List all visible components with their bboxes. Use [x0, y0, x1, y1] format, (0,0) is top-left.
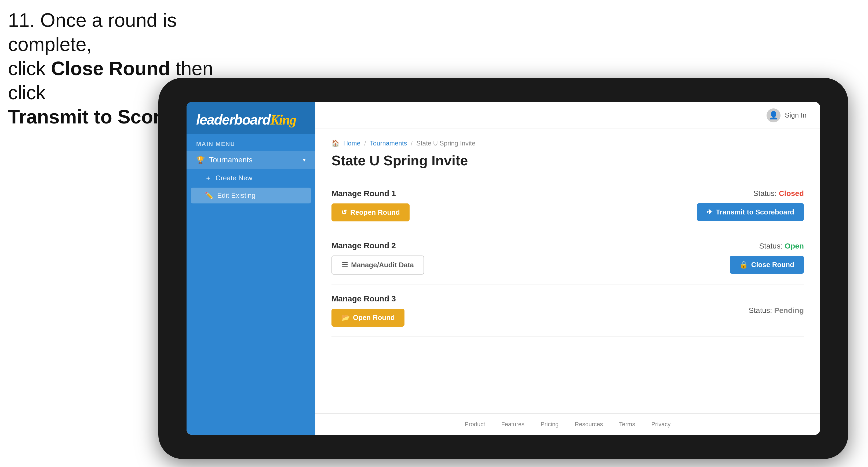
round-1-status-value: Closed	[779, 189, 804, 197]
reopen-round-button[interactable]: ↺ Reopen Round	[332, 204, 410, 221]
footer-terms[interactable]: Terms	[619, 421, 635, 428]
breadcrumb: 🏠 Home / Tournaments / State U Spring In…	[332, 139, 804, 147]
sidebar-item-tournaments[interactable]: 🏆 Tournaments ▾	[187, 151, 315, 169]
top-nav: 👤 Sign In	[315, 102, 820, 129]
transmit-to-scoreboard-button[interactable]: ✈ Transmit to Scoreboard	[697, 203, 804, 221]
round-3-left: Manage Round 3 📂 Open Round	[332, 294, 404, 326]
sign-in-label: Sign In	[785, 111, 807, 119]
main-content: 👤 Sign In 🏠 Home / Tournaments / State U…	[315, 102, 820, 435]
round-2-status: Status: Open	[759, 242, 804, 250]
tablet-screen: leaderboardKing MAIN MENU 🏆 Tournaments …	[187, 102, 820, 435]
page-body: 🏠 Home / Tournaments / State U Spring In…	[315, 129, 820, 413]
edit-icon: ✏️	[205, 191, 213, 200]
manage-audit-button[interactable]: ☰ Manage/Audit Data	[332, 255, 424, 275]
close-round-button[interactable]: 🔒 Close Round	[730, 256, 804, 274]
main-menu-label: MAIN MENU	[187, 134, 315, 151]
round-1-left: Manage Round 1 ↺ Reopen Round	[332, 189, 410, 221]
footer-pricing[interactable]: Pricing	[540, 421, 559, 428]
round-3-right: Status: Pending	[749, 306, 804, 315]
folder-icon: 📂	[341, 313, 350, 322]
page-title: State U Spring Invite	[332, 152, 804, 168]
footer-privacy[interactable]: Privacy	[651, 421, 671, 428]
transmit-icon: ✈	[707, 208, 713, 216]
breadcrumb-home-icon: 🏠	[332, 139, 340, 147]
round-3-status: Status: Pending	[749, 306, 804, 315]
sidebar-logo-area: leaderboardKing	[187, 102, 315, 134]
round-1-section: Manage Round 1 ↺ Reopen Round Status: Cl…	[332, 179, 804, 231]
sign-in-area[interactable]: 👤 Sign In	[767, 108, 807, 122]
sidebar-tournaments-label: Tournaments	[209, 156, 253, 164]
instruction-line2-prefix: click	[8, 58, 51, 79]
round-1-title: Manage Round 1	[332, 189, 410, 198]
footer-product[interactable]: Product	[465, 421, 485, 428]
sidebar-create-new[interactable]: ＋ Create New	[187, 169, 315, 187]
reopen-icon: ↺	[341, 208, 347, 217]
avatar: 👤	[767, 108, 780, 122]
close-round-label: Close Round	[751, 260, 794, 269]
instruction-line1: 11. Once a round is complete,	[8, 9, 177, 55]
round-1-right: Status: Closed ✈ Transmit to Scoreboard	[697, 189, 804, 221]
reopen-round-label: Reopen Round	[350, 208, 400, 217]
open-round-label: Open Round	[353, 313, 395, 322]
chevron-down-icon: ▾	[303, 156, 306, 163]
sidebar-edit-existing[interactable]: ✏️ Edit Existing	[191, 188, 311, 204]
round-3-status-value: Pending	[774, 306, 804, 315]
round-3-title: Manage Round 3	[332, 294, 404, 303]
page-footer: Product Features Pricing Resources Terms…	[315, 413, 820, 435]
transmit-label: Transmit to Scoreboard	[716, 208, 794, 216]
create-new-label: Create New	[216, 174, 252, 182]
instruction-close-round: Close Round	[51, 58, 170, 79]
app-logo: leaderboardKing	[196, 112, 306, 128]
tablet-device: leaderboardKing MAIN MENU 🏆 Tournaments …	[158, 78, 848, 459]
trophy-icon: 🏆	[196, 156, 205, 164]
round-2-section: Manage Round 2 ☰ Manage/Audit Data Statu…	[332, 231, 804, 284]
lock-icon: 🔒	[739, 260, 748, 269]
round-3-section: Manage Round 3 📂 Open Round Status: Pend…	[332, 284, 804, 337]
edit-existing-label: Edit Existing	[217, 191, 255, 200]
plus-icon: ＋	[205, 174, 212, 183]
round-2-title: Manage Round 2	[332, 241, 424, 250]
round-2-left: Manage Round 2 ☰ Manage/Audit Data	[332, 241, 424, 275]
breadcrumb-home-link[interactable]: Home	[343, 139, 361, 147]
round-2-right: Status: Open 🔒 Close Round	[730, 242, 804, 274]
round-1-status: Status: Closed	[753, 189, 804, 198]
open-round-button[interactable]: 📂 Open Round	[332, 309, 404, 326]
audit-icon: ☰	[342, 261, 348, 269]
manage-audit-label: Manage/Audit Data	[351, 261, 414, 269]
breadcrumb-current: State U Spring Invite	[416, 139, 475, 147]
sidebar: leaderboardKing MAIN MENU 🏆 Tournaments …	[187, 102, 315, 435]
logo-highlight: King	[270, 112, 296, 127]
footer-features[interactable]: Features	[501, 421, 524, 428]
round-2-status-value: Open	[784, 242, 804, 250]
footer-resources[interactable]: Resources	[575, 421, 603, 428]
breadcrumb-tournaments-link[interactable]: Tournaments	[370, 139, 407, 147]
